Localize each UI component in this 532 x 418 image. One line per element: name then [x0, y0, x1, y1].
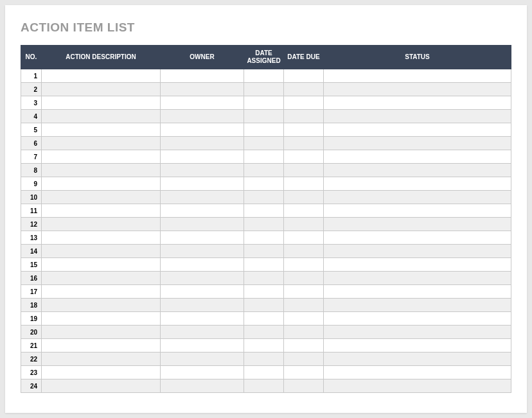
cell-status[interactable] [324, 339, 511, 353]
cell-no[interactable]: 13 [21, 231, 42, 245]
cell-date-due[interactable] [284, 299, 324, 312]
cell-status[interactable] [324, 150, 511, 164]
cell-owner[interactable] [161, 299, 244, 312]
cell-no[interactable]: 12 [21, 218, 42, 231]
cell-description[interactable] [42, 110, 161, 123]
cell-owner[interactable] [161, 326, 244, 339]
cell-date-due[interactable] [284, 164, 324, 177]
cell-date-due[interactable] [284, 339, 324, 353]
cell-owner[interactable] [161, 366, 244, 379]
cell-description[interactable] [42, 272, 161, 285]
cell-description[interactable] [42, 299, 161, 312]
cell-date-due[interactable] [284, 218, 324, 231]
cell-no[interactable]: 3 [21, 96, 42, 110]
cell-owner[interactable] [161, 83, 244, 96]
cell-owner[interactable] [161, 164, 244, 177]
cell-date-assigned[interactable] [244, 204, 284, 218]
cell-no[interactable]: 20 [21, 326, 42, 339]
cell-date-assigned[interactable] [244, 339, 284, 353]
cell-status[interactable] [324, 379, 511, 393]
cell-no[interactable]: 14 [21, 245, 42, 258]
cell-date-due[interactable] [284, 150, 324, 164]
cell-description[interactable] [42, 312, 161, 326]
cell-date-due[interactable] [284, 83, 324, 96]
cell-date-assigned[interactable] [244, 150, 284, 164]
cell-description[interactable] [42, 191, 161, 204]
cell-owner[interactable] [161, 177, 244, 191]
cell-date-assigned[interactable] [244, 69, 284, 83]
cell-no[interactable]: 21 [21, 339, 42, 353]
cell-no[interactable]: 23 [21, 366, 42, 379]
cell-date-due[interactable] [284, 69, 324, 83]
cell-date-due[interactable] [284, 191, 324, 204]
cell-status[interactable] [324, 123, 511, 137]
cell-no[interactable]: 18 [21, 299, 42, 312]
cell-no[interactable]: 10 [21, 191, 42, 204]
cell-no[interactable]: 4 [21, 110, 42, 123]
cell-status[interactable] [324, 69, 511, 83]
cell-status[interactable] [324, 83, 511, 96]
cell-status[interactable] [324, 204, 511, 218]
cell-description[interactable] [42, 69, 161, 83]
cell-date-assigned[interactable] [244, 137, 284, 150]
cell-owner[interactable] [161, 353, 244, 366]
cell-date-due[interactable] [284, 231, 324, 245]
cell-owner[interactable] [161, 123, 244, 137]
cell-description[interactable] [42, 164, 161, 177]
cell-date-due[interactable] [284, 123, 324, 137]
cell-status[interactable] [324, 218, 511, 231]
cell-description[interactable] [42, 177, 161, 191]
cell-date-assigned[interactable] [244, 123, 284, 137]
cell-status[interactable] [324, 231, 511, 245]
cell-owner[interactable] [161, 285, 244, 299]
cell-date-assigned[interactable] [244, 191, 284, 204]
cell-status[interactable] [324, 299, 511, 312]
cell-date-due[interactable] [284, 245, 324, 258]
cell-status[interactable] [324, 137, 511, 150]
cell-date-assigned[interactable] [244, 164, 284, 177]
cell-no[interactable]: 19 [21, 312, 42, 326]
cell-no[interactable]: 15 [21, 258, 42, 272]
cell-date-due[interactable] [284, 110, 324, 123]
cell-date-due[interactable] [284, 379, 324, 393]
cell-date-assigned[interactable] [244, 299, 284, 312]
cell-date-assigned[interactable] [244, 379, 284, 393]
cell-description[interactable] [42, 258, 161, 272]
cell-no[interactable]: 1 [21, 69, 42, 83]
cell-date-assigned[interactable] [244, 245, 284, 258]
cell-date-assigned[interactable] [244, 96, 284, 110]
cell-owner[interactable] [161, 312, 244, 326]
cell-owner[interactable] [161, 69, 244, 83]
cell-description[interactable] [42, 204, 161, 218]
cell-status[interactable] [324, 96, 511, 110]
cell-date-assigned[interactable] [244, 353, 284, 366]
cell-date-assigned[interactable] [244, 272, 284, 285]
cell-date-assigned[interactable] [244, 110, 284, 123]
cell-no[interactable]: 6 [21, 137, 42, 150]
cell-date-due[interactable] [284, 258, 324, 272]
cell-date-assigned[interactable] [244, 231, 284, 245]
cell-status[interactable] [324, 366, 511, 379]
cell-owner[interactable] [161, 204, 244, 218]
cell-owner[interactable] [161, 379, 244, 393]
cell-date-due[interactable] [284, 204, 324, 218]
cell-description[interactable] [42, 231, 161, 245]
cell-status[interactable] [324, 164, 511, 177]
cell-description[interactable] [42, 96, 161, 110]
cell-no[interactable]: 7 [21, 150, 42, 164]
cell-no[interactable]: 22 [21, 353, 42, 366]
cell-status[interactable] [324, 285, 511, 299]
cell-owner[interactable] [161, 96, 244, 110]
cell-description[interactable] [42, 137, 161, 150]
cell-date-due[interactable] [284, 137, 324, 150]
cell-status[interactable] [324, 110, 511, 123]
cell-status[interactable] [324, 245, 511, 258]
cell-description[interactable] [42, 150, 161, 164]
cell-no[interactable]: 9 [21, 177, 42, 191]
cell-no[interactable]: 24 [21, 379, 42, 393]
cell-description[interactable] [42, 353, 161, 366]
cell-date-assigned[interactable] [244, 258, 284, 272]
cell-owner[interactable] [161, 272, 244, 285]
cell-owner[interactable] [161, 258, 244, 272]
cell-date-due[interactable] [284, 272, 324, 285]
